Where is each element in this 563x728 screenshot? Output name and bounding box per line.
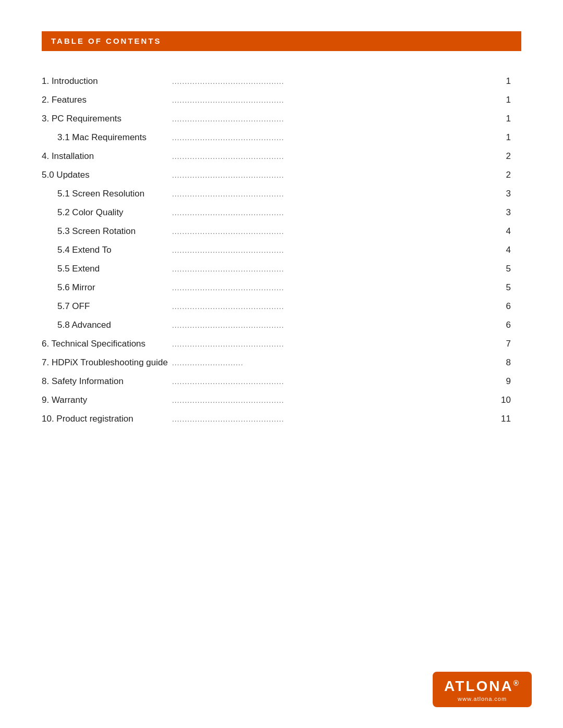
item-5-4-page: 4 <box>501 241 521 260</box>
item-5-1-dots: ........................................… <box>168 184 501 203</box>
item-5-5-label: 5.5 Extend <box>42 260 168 278</box>
item-5-3-dots: ........................................… <box>168 222 501 241</box>
item-5-1-page: 3 <box>501 184 521 203</box>
item-3-1-dots: ........................................… <box>168 128 501 147</box>
item-1-label: 1. Introduction <box>42 72 168 91</box>
item-8-page: 9 <box>501 372 521 391</box>
item-5-5-dots: ........................................… <box>168 260 501 278</box>
item-5-2-page: 3 <box>501 203 521 222</box>
item-5-1-label: 5.1 Screen Resolution <box>42 184 168 203</box>
item-5-3-page: 4 <box>501 222 521 241</box>
item-5-8-page: 6 <box>501 316 521 335</box>
toc-row: 6. Technical Specifications.............… <box>42 335 521 353</box>
item-7-page: 8 <box>501 353 521 372</box>
item-5-6-label: 5.6 Mirror <box>42 278 168 297</box>
item-1-dots: ........................................… <box>168 72 501 91</box>
brand-website: www.atlona.com <box>458 696 507 702</box>
item-3-label: 3. PC Requirements <box>42 109 168 128</box>
toc-row: 5.7 OFF.................................… <box>42 297 521 316</box>
item-5-7-label: 5.7 OFF <box>42 297 168 316</box>
item-7-label: 7. HDPiX Troubleshooting guide <box>42 353 168 372</box>
item-7-dots: ............................ <box>168 353 501 372</box>
toc-row: 3. PC Requirements......................… <box>42 109 521 128</box>
item-4-page: 2 <box>501 147 521 166</box>
toc-row: 7. HDPiX Troubleshooting guide..........… <box>42 353 521 372</box>
item-5-6-page: 5 <box>501 278 521 297</box>
item-9-dots: ........................................… <box>168 391 501 410</box>
item-5-8-label: 5.8 Advanced <box>42 316 168 335</box>
toc-row: 5.8 Advanced............................… <box>42 316 521 335</box>
item-9-label: 9. Warranty <box>42 391 168 410</box>
item-6-label: 6. Technical Specifications <box>42 335 168 353</box>
page-container: TABLE OF CONTENTS 1. Introduction.......… <box>0 0 563 728</box>
item-5-4-dots: ........................................… <box>168 241 501 260</box>
toc-row: 5.4 Extend To...........................… <box>42 241 521 260</box>
item-3-page: 1 <box>501 109 521 128</box>
toc-header: TABLE OF CONTENTS <box>42 31 521 51</box>
item-5-4-label: 5.4 Extend To <box>42 241 168 260</box>
item-5-7-page: 6 <box>501 297 521 316</box>
toc-table: 1. Introduction.........................… <box>42 72 521 428</box>
item-2-label: 2. Features <box>42 91 168 109</box>
toc-row: 10. Product registration................… <box>42 410 521 428</box>
item-5-6-dots: ........................................… <box>168 278 501 297</box>
toc-row: 9. Warranty.............................… <box>42 391 521 410</box>
item-10-dots: ........................................… <box>168 410 501 428</box>
toc-row: 3.1 Mac Requirements....................… <box>42 128 521 147</box>
item-10-label: 10. Product registration <box>42 410 168 428</box>
item-5-5-page: 5 <box>501 260 521 278</box>
toc-row: 5.5 Extend..............................… <box>42 260 521 278</box>
item-5-label: 5.0 Updates <box>42 166 168 184</box>
toc-row: 5.6 Mirror..............................… <box>42 278 521 297</box>
toc-row: 5.0 Updates.............................… <box>42 166 521 184</box>
item-5-2-label: 5.2 Color Quality <box>42 203 168 222</box>
item-6-page: 7 <box>501 335 521 353</box>
item-5-page: 2 <box>501 166 521 184</box>
item-3-1-page: 1 <box>501 128 521 147</box>
item-8-dots: ........................................… <box>168 372 501 391</box>
item-10-page: 11 <box>501 410 521 428</box>
toc-row: 5.2 Color Quality.......................… <box>42 203 521 222</box>
item-5-3-label: 5.3 Screen Rotation <box>42 222 168 241</box>
toc-row: 5.1 Screen Resolution...................… <box>42 184 521 203</box>
item-4-dots: ........................................… <box>168 147 501 166</box>
item-9-page: 10 <box>501 391 521 410</box>
item-8-label: 8. Safety Information <box>42 372 168 391</box>
item-2-dots: ........................................… <box>168 91 501 109</box>
item-4-label: 4. Installation <box>42 147 168 166</box>
toc-header-title: TABLE OF CONTENTS <box>51 36 162 45</box>
item-5-7-dots: ........................................… <box>168 297 501 316</box>
item-3-dots: ........................................… <box>168 109 501 128</box>
item-3-1-label: 3.1 Mac Requirements <box>42 128 168 147</box>
item-5-8-dots: ........................................… <box>168 316 501 335</box>
item-1-page: 1 <box>501 72 521 91</box>
item-2-page: 1 <box>501 91 521 109</box>
toc-row: 8. Safety Information...................… <box>42 372 521 391</box>
item-5-2-dots: ........................................… <box>168 203 501 222</box>
toc-row: 2. Features.............................… <box>42 91 521 109</box>
toc-row: 5.3 Screen Rotation.....................… <box>42 222 521 241</box>
toc-row: 4. Installation.........................… <box>42 147 521 166</box>
brand-name: ATLONA® <box>444 679 520 694</box>
toc-row: 1. Introduction.........................… <box>42 72 521 91</box>
item-5-dots: ........................................… <box>168 166 501 184</box>
item-6-dots: ........................................… <box>168 335 501 353</box>
atlona-logo: ATLONA® www.atlona.com <box>433 672 532 707</box>
